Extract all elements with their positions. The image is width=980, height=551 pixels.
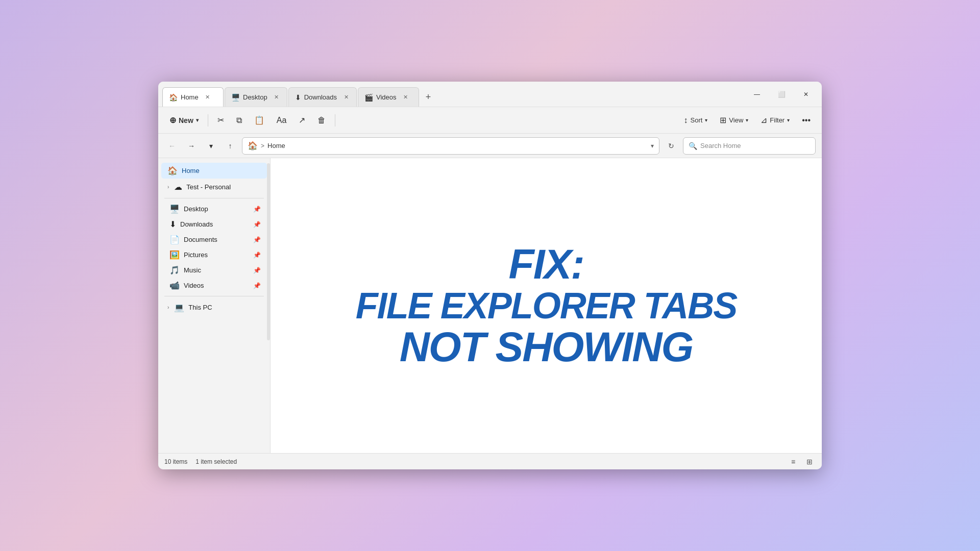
breadcrumb-path: Home [267, 142, 648, 149]
new-label: New [179, 116, 193, 124]
test-personal-label: Test - Personal [186, 183, 261, 191]
delete-button[interactable]: 🗑 [312, 113, 331, 128]
rename-icon: Aa [277, 116, 287, 125]
search-icon: 🔍 [689, 142, 697, 150]
sidebar-item-documents[interactable]: 📄 Documents 📌 [161, 232, 267, 247]
sidebar-item-test-personal[interactable]: › ☁ Test - Personal [161, 179, 267, 195]
list-view-button[interactable]: ≡ [787, 456, 799, 468]
downloads-tab-close[interactable]: ✕ [342, 93, 350, 102]
desktop-sidebar-label: Desktop [184, 205, 249, 213]
search-box[interactable]: 🔍 Search Home [683, 137, 816, 155]
grid-view-icon: ⊞ [806, 458, 813, 466]
this-pc-label: This PC [188, 304, 261, 311]
main-area: 🏠 Home › ☁ Test - Personal 🖥️ Desktop 📌 … [158, 158, 822, 453]
delete-icon: 🗑 [317, 116, 326, 125]
sort-icon: ↕ [684, 116, 688, 125]
sort-button[interactable]: ↕ Sort ▾ [679, 113, 713, 128]
pictures-sidebar-label: Pictures [184, 251, 249, 259]
address-home-icon: 🏠 [248, 141, 258, 151]
sidebar-item-this-pc[interactable]: › 💻 This PC [161, 299, 267, 315]
this-pc-chevron-icon: › [167, 305, 169, 310]
paste-button[interactable]: 📋 [249, 112, 270, 128]
more-icon: ••• [802, 116, 811, 125]
test-personal-chevron-icon: › [167, 184, 169, 190]
file-explorer-window: 🏠 Home ✕ 🖥️ Desktop ✕ ⬇ Downloads ✕ 🎬 Vi… [158, 82, 822, 469]
desktop-pin-icon: 📌 [253, 206, 261, 213]
view-button[interactable]: ⊞ View ▾ [715, 112, 753, 128]
sidebar-item-videos[interactable]: 📹 Videos 📌 [161, 278, 267, 293]
copy-button[interactable]: ⧉ [231, 113, 247, 128]
forward-icon: → [188, 142, 195, 150]
documents-sidebar-label: Documents [184, 236, 249, 243]
address-bar: ← → ▾ ↑ 🏠 > Home ▾ ↻ 🔍 Search Home [158, 134, 822, 158]
pictures-pin-icon: 📌 [253, 252, 261, 259]
tab-home[interactable]: 🏠 Home ✕ [162, 87, 224, 107]
filter-chevron-icon: ▾ [787, 117, 790, 123]
sidebar-item-desktop[interactable]: 🖥️ Desktop 📌 [161, 202, 267, 216]
cut-icon: ✂ [217, 115, 224, 125]
toolbar-separator-2 [335, 114, 335, 127]
downloads-pin-icon: 📌 [253, 221, 261, 228]
tab-videos[interactable]: 🎬 Videos ✕ [358, 87, 419, 107]
videos-sidebar-icon: 📹 [169, 281, 180, 290]
music-sidebar-icon: 🎵 [169, 265, 180, 275]
view-toggles: ≡ ⊞ [787, 456, 816, 468]
address-chevron-icon: ▾ [651, 142, 654, 149]
desktop-tab-close[interactable]: ✕ [273, 93, 281, 102]
documents-sidebar-icon: 📄 [169, 235, 180, 244]
home-tab-close[interactable]: ✕ [204, 93, 212, 102]
toolbar-separator-1 [208, 114, 208, 127]
history-button[interactable]: ▾ [203, 138, 218, 154]
breadcrumb-separator: > [261, 142, 264, 149]
maximize-button[interactable]: ⬜ [770, 86, 793, 103]
back-icon: ← [168, 142, 176, 150]
selected-count: 1 item selected [195, 458, 237, 465]
cut-button[interactable]: ✂ [212, 112, 229, 128]
close-button[interactable]: ✕ [794, 86, 818, 103]
toolbar: ⊕ New ▾ ✂ ⧉ 📋 Aa ↗ 🗑 ↕ Sort ▾ ⊞ [158, 107, 822, 134]
share-icon: ↗ [299, 115, 305, 125]
music-pin-icon: 📌 [253, 267, 261, 274]
add-tab-button[interactable]: + [420, 89, 436, 106]
title-bar: 🏠 Home ✕ 🖥️ Desktop ✕ ⬇ Downloads ✕ 🎬 Vi… [158, 82, 822, 107]
overlay-text: FIX: FILE EXPLORER TABS NOT SHOWING [356, 241, 737, 370]
filter-icon: ⊿ [761, 115, 767, 125]
downloads-tab-icon: ⬇ [295, 93, 301, 102]
copy-icon: ⧉ [236, 116, 242, 125]
more-button[interactable]: ••• [797, 113, 816, 128]
sidebar-scrollbar[interactable] [267, 163, 270, 340]
forward-button[interactable]: → [184, 138, 199, 154]
paste-icon: 📋 [254, 115, 264, 125]
tab-downloads[interactable]: ⬇ Downloads ✕ [288, 87, 357, 107]
home-sidebar-icon: 🏠 [167, 166, 178, 176]
new-icon: ⊕ [169, 115, 176, 125]
minimize-button[interactable]: — [745, 86, 769, 103]
sidebar-item-music[interactable]: 🎵 Music 📌 [161, 263, 267, 278]
up-icon: ↑ [229, 142, 232, 150]
sidebar-item-downloads[interactable]: ⬇ Downloads 📌 [161, 217, 267, 232]
test-personal-icon: ☁ [174, 182, 182, 192]
status-bar: 10 items 1 item selected ≡ ⊞ [158, 453, 822, 469]
documents-pin-icon: 📌 [253, 236, 261, 243]
new-button[interactable]: ⊕ New ▾ [164, 112, 204, 128]
rename-button[interactable]: Aa [272, 113, 292, 128]
back-button[interactable]: ← [164, 138, 180, 154]
refresh-button[interactable]: ↻ [664, 138, 679, 154]
grid-view-button[interactable]: ⊞ [803, 456, 816, 468]
videos-tab-close[interactable]: ✕ [402, 93, 410, 102]
sidebar: 🏠 Home › ☁ Test - Personal 🖥️ Desktop 📌 … [158, 158, 271, 453]
home-sidebar-label: Home [182, 167, 261, 174]
tab-desktop[interactable]: 🖥️ Desktop ✕ [225, 87, 287, 107]
videos-tab-icon: 🎬 [364, 93, 373, 102]
filter-button[interactable]: ⊿ Filter ▾ [755, 112, 795, 128]
address-input[interactable]: 🏠 > Home ▾ [242, 137, 659, 155]
share-button[interactable]: ↗ [293, 112, 310, 128]
this-pc-icon: 💻 [174, 303, 184, 312]
sidebar-item-home[interactable]: 🏠 Home [161, 163, 267, 179]
downloads-sidebar-label: Downloads [180, 220, 249, 228]
videos-tab-label: Videos [376, 93, 397, 101]
up-button[interactable]: ↑ [223, 138, 238, 154]
downloads-sidebar-icon: ⬇ [169, 219, 176, 229]
tab-bar: 🏠 Home ✕ 🖥️ Desktop ✕ ⬇ Downloads ✕ 🎬 Vi… [158, 82, 741, 107]
sidebar-item-pictures[interactable]: 🖼️ Pictures 📌 [161, 247, 267, 262]
